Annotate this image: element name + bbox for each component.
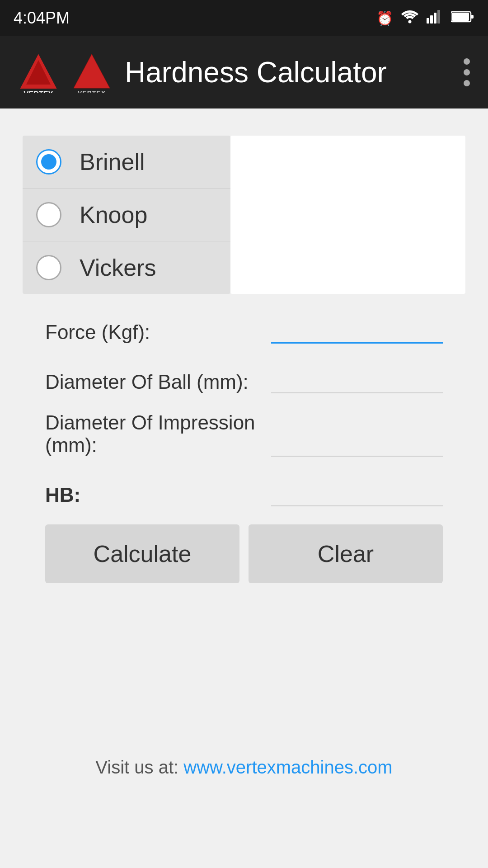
status-icons: ⏰	[376, 10, 474, 27]
vertex-logo: VERTEX	[18, 52, 59, 93]
app-bar: VERTEX VERTEX Hardness Calculator	[0, 36, 488, 108]
main-content: Brinell Knoop Vickers Force (Kgf): Diame…	[0, 108, 488, 601]
label-hb: HB:	[45, 484, 271, 506]
menu-dot-3	[464, 80, 470, 86]
status-time: 4:04PM	[14, 9, 70, 28]
form-row-hb: HB:	[45, 475, 443, 506]
radio-outer-knoop	[36, 202, 61, 227]
vertex-triangle-icon: VERTEX	[71, 52, 112, 93]
radio-label-knoop: Knoop	[80, 201, 147, 228]
signal-icon	[427, 10, 443, 27]
svg-text:VERTEX: VERTEX	[78, 90, 106, 93]
svg-rect-1	[427, 18, 429, 24]
radio-brinell[interactable]: Brinell	[23, 136, 230, 189]
footer: Visit us at: www.vertexmachines.com	[0, 757, 488, 778]
svg-rect-7	[471, 15, 474, 19]
menu-dot-2	[464, 69, 470, 75]
input-diameter-impression[interactable]	[271, 425, 443, 457]
radio-group: Brinell Knoop Vickers	[23, 136, 230, 294]
radio-vickers[interactable]: Vickers	[23, 241, 230, 294]
input-diameter-ball[interactable]	[271, 362, 443, 393]
radio-outer-brinell	[36, 149, 61, 175]
input-force[interactable]	[271, 312, 443, 344]
menu-button[interactable]	[464, 58, 470, 86]
radio-label-brinell: Brinell	[80, 148, 145, 175]
form-row-diameter-ball: Diameter Of Ball (mm):	[45, 362, 443, 393]
label-diameter-ball: Diameter Of Ball (mm):	[45, 371, 271, 393]
svg-marker-11	[74, 54, 110, 88]
top-section: Brinell Knoop Vickers	[23, 136, 465, 294]
alarm-icon: ⏰	[376, 10, 393, 26]
form-row-force: Force (Kgf):	[45, 312, 443, 344]
button-row: Calculate Clear	[23, 524, 465, 583]
footer-link[interactable]: www.vertexmachines.com	[183, 757, 392, 777]
footer-prefix: Visit us at:	[95, 757, 178, 777]
svg-text:VERTEX: VERTEX	[24, 90, 53, 93]
input-hb[interactable]	[271, 475, 443, 506]
svg-rect-6	[452, 13, 469, 21]
svg-rect-3	[434, 13, 436, 24]
app-bar-left: VERTEX VERTEX Hardness Calculator	[18, 52, 387, 93]
wifi-icon	[401, 10, 418, 27]
clear-button[interactable]: Clear	[249, 524, 443, 583]
radio-outer-vickers	[36, 255, 61, 280]
label-force: Force (Kgf):	[45, 321, 271, 344]
battery-icon	[451, 10, 474, 26]
calculate-button[interactable]: Calculate	[45, 524, 239, 583]
svg-point-0	[408, 20, 412, 23]
svg-rect-2	[430, 15, 433, 24]
right-panel	[230, 136, 465, 294]
svg-rect-4	[437, 10, 440, 24]
menu-dot-1	[464, 58, 470, 65]
status-bar: 4:04PM ⏰	[0, 0, 488, 36]
form-row-diameter-impression: Diameter Of Impression (mm):	[45, 411, 443, 457]
label-diameter-impression: Diameter Of Impression (mm):	[45, 411, 271, 457]
radio-label-vickers: Vickers	[80, 254, 156, 281]
app-title: Hardness Calculator	[125, 56, 387, 89]
radio-inner-brinell	[41, 154, 56, 170]
radio-knoop[interactable]: Knoop	[23, 189, 230, 241]
form-section: Force (Kgf): Diameter Of Ball (mm): Diam…	[23, 312, 465, 506]
